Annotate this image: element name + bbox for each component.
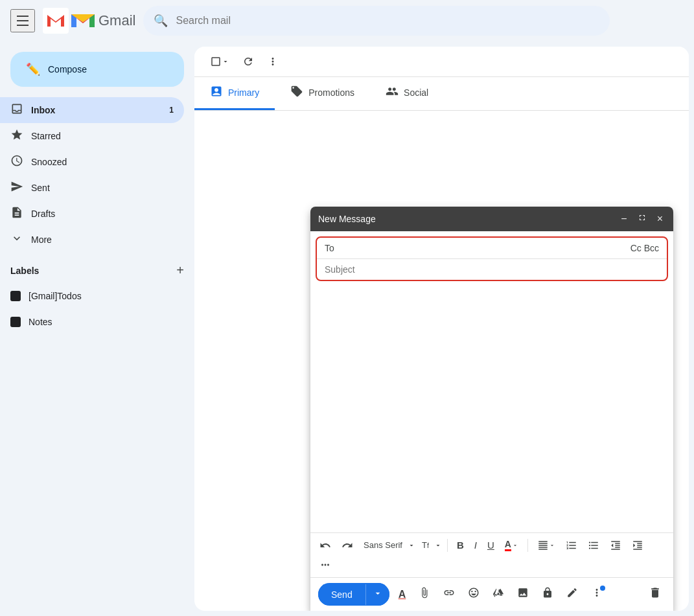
social-tab-label: Social	[404, 87, 428, 98]
more-format-button[interactable]	[316, 556, 335, 573]
add-label-button[interactable]: +	[176, 263, 184, 278]
more-label: More	[31, 234, 52, 245]
sent-label: Sent	[31, 183, 50, 193]
italic-button[interactable]: I	[470, 537, 481, 553]
star-icon	[10, 128, 23, 144]
starred-label: Starred	[31, 131, 61, 141]
search-bar: 🔍	[143, 6, 610, 36]
format-toolbar: Sans Serif Tf B I U A	[310, 532, 673, 577]
compose-label: Compose	[48, 64, 87, 74]
tab-primary[interactable]: Primary	[194, 77, 275, 110]
tab-promotions[interactable]: Promotions	[275, 77, 370, 110]
compose-subject-row	[317, 259, 667, 280]
compose-header-actions: − ×	[618, 212, 665, 226]
primary-tab-icon	[210, 85, 223, 100]
compose-fields-bordered: To Cc Bcc	[316, 236, 668, 281]
compose-cc-bcc[interactable]: Cc Bcc	[630, 243, 659, 253]
draft-icon	[10, 206, 23, 222]
todos-label-dot	[10, 291, 21, 301]
font-size-button[interactable]: Tf	[418, 538, 433, 553]
snoozed-label: Snoozed	[31, 157, 67, 167]
attach-file-button[interactable]	[415, 584, 434, 604]
underline-button[interactable]: U	[483, 537, 498, 553]
compose-close-button[interactable]: ×	[654, 212, 665, 226]
compose-to-label: To	[325, 243, 338, 253]
compose-minimize-button[interactable]: −	[618, 212, 629, 226]
gmail-logo: Gmail	[43, 8, 135, 34]
compose-expand-button[interactable]	[635, 212, 649, 225]
promotions-tab-label: Promotions	[308, 87, 354, 98]
chevron-down-icon	[10, 232, 23, 247]
clock-icon	[10, 154, 23, 170]
sidebar-item-starred[interactable]: Starred	[0, 123, 184, 149]
compose-header[interactable]: New Message − ×	[310, 207, 673, 231]
indent-more-button[interactable]	[628, 537, 647, 554]
inbox-badge: 1	[169, 106, 174, 115]
drive-button[interactable]	[489, 584, 508, 604]
todos-label: [Gmail]Todos	[29, 291, 82, 301]
text-color-button[interactable]: A	[501, 537, 522, 554]
font-family-button[interactable]: Sans Serif	[360, 538, 406, 553]
tab-social[interactable]: Social	[370, 77, 444, 110]
refresh-button[interactable]	[237, 52, 259, 71]
compose-window-title: New Message	[318, 214, 376, 224]
compose-to-input[interactable]	[343, 243, 630, 253]
format-text-button[interactable]: A	[395, 585, 410, 604]
search-icon: 🔍	[154, 14, 168, 28]
sidebar-item-snoozed[interactable]: Snoozed	[0, 149, 184, 175]
label-item-notes[interactable]: Notes	[0, 309, 184, 335]
compose-body[interactable]	[310, 286, 673, 532]
send-button[interactable]: Send	[318, 584, 366, 605]
primary-tab-label: Primary	[228, 87, 259, 98]
social-tab-icon	[386, 85, 399, 100]
compose-to-row: To Cc Bcc	[317, 238, 667, 259]
inbox-label: Inbox	[31, 105, 55, 115]
tabs-bar: Primary Promotions Social	[194, 77, 689, 111]
search-input[interactable]	[176, 15, 599, 27]
compose-button[interactable]: ✏️ Compose	[10, 52, 184, 87]
send-dropdown-button[interactable]	[366, 583, 389, 606]
label-item-todos[interactable]: [Gmail]Todos	[0, 283, 184, 309]
main-layout: ✏️ Compose Inbox 1 Starred Snoozed	[0, 41, 694, 616]
lock-button[interactable]	[538, 584, 557, 604]
pencil-icon: ✏️	[26, 62, 40, 76]
sidebar: ✏️ Compose Inbox 1 Starred Snoozed	[0, 41, 194, 616]
sidebar-item-sent[interactable]: Sent	[0, 175, 184, 201]
top-bar: Gmail 🔍	[0, 0, 694, 41]
sidebar-item-drafts[interactable]: Drafts	[0, 201, 184, 227]
drafts-label: Drafts	[31, 209, 55, 219]
bullet-list-button[interactable]	[584, 537, 603, 554]
email-toolbar	[194, 47, 689, 77]
insert-link-button[interactable]	[439, 584, 459, 604]
discard-draft-button[interactable]	[645, 584, 665, 605]
content-area: Primary Promotions Social New Message	[194, 47, 689, 611]
sidebar-item-more[interactable]: More	[0, 227, 184, 253]
signature-button[interactable]	[562, 584, 582, 604]
more-options-button[interactable]	[262, 52, 284, 71]
app-name-label: Gmail	[98, 12, 135, 29]
send-icon	[10, 180, 23, 196]
send-button-group: Send	[318, 583, 389, 606]
compose-window: New Message − × To Cc Bcc	[310, 207, 673, 611]
align-button[interactable]	[533, 537, 559, 554]
email-list: New Message − × To Cc Bcc	[194, 111, 689, 611]
labels-header: Labels +	[0, 258, 194, 283]
notes-label-dot	[10, 317, 21, 327]
insert-emoji-button[interactable]	[464, 584, 483, 604]
select-all-button[interactable]	[205, 52, 235, 71]
gmail-m-icon	[71, 12, 95, 30]
sidebar-item-inbox[interactable]: Inbox 1	[0, 97, 184, 123]
indent-less-button[interactable]	[606, 537, 625, 554]
hamburger-menu[interactable]	[10, 9, 35, 32]
compose-subject-input[interactable]	[325, 264, 659, 275]
inbox-icon	[10, 102, 23, 118]
more-options-compose-button[interactable]	[587, 584, 607, 604]
insert-photo-button[interactable]	[513, 584, 533, 604]
bold-button[interactable]: B	[453, 537, 468, 553]
notes-label: Notes	[29, 317, 52, 327]
undo-button[interactable]	[316, 537, 335, 554]
redo-button[interactable]	[338, 537, 357, 554]
blue-dot	[600, 586, 605, 591]
compose-actions: Send A	[310, 577, 673, 611]
numbered-list-button[interactable]	[562, 537, 581, 554]
